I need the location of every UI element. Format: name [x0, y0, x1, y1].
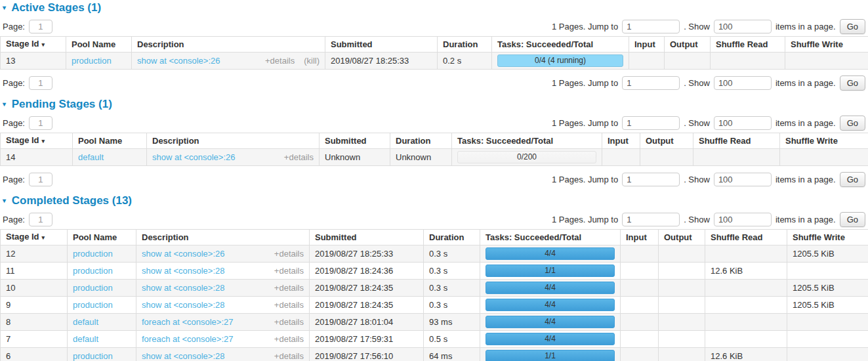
- jump-to-page-input[interactable]: [622, 20, 680, 33]
- cell-submitted: Unknown: [320, 149, 390, 166]
- stage-description-link[interactable]: show at <console>:26: [142, 249, 224, 259]
- pending-stages-heading[interactable]: ▾ Pending Stages (1): [3, 98, 868, 110]
- stage-description-link[interactable]: show at <console>:28: [142, 351, 224, 361]
- cell-pool-name: production: [68, 245, 136, 263]
- page-number-input[interactable]: [29, 173, 52, 186]
- items-per-page-input[interactable]: [714, 116, 772, 130]
- go-button[interactable]: Go: [840, 116, 865, 131]
- details-toggle-link[interactable]: +details: [274, 317, 304, 327]
- col-header-input[interactable]: Input: [602, 133, 640, 149]
- details-toggle-link[interactable]: +details: [274, 334, 304, 344]
- cell-submitted: 2019/08/27 18:25:33: [325, 53, 438, 70]
- col-header-shuffle-read[interactable]: Shuffle Read: [705, 230, 787, 245]
- go-button[interactable]: Go: [840, 212, 865, 227]
- cell-output: [640, 149, 693, 166]
- col-header-submitted[interactable]: Submitted: [320, 133, 390, 149]
- pool-name-link[interactable]: production: [73, 283, 113, 293]
- col-header-pool-name[interactable]: Pool Name: [73, 133, 147, 149]
- pagination-left: Page:: [3, 116, 52, 130]
- details-toggle-link[interactable]: +details: [274, 266, 304, 276]
- col-header-duration[interactable]: Duration: [390, 133, 452, 149]
- col-header-stage-id[interactable]: Stage Id▾: [1, 133, 73, 149]
- description-actions: +details: [279, 152, 314, 162]
- cell-shuffle-write: [787, 263, 868, 280]
- stage-description-link[interactable]: foreach at <console>:27: [142, 317, 234, 327]
- col-header-pool-name[interactable]: Pool Name: [66, 37, 132, 53]
- jump-to-page-input[interactable]: [622, 173, 680, 186]
- stage-description-link[interactable]: show at <console>:26: [137, 56, 220, 66]
- pool-name-link[interactable]: production: [73, 266, 113, 276]
- active-stages-heading[interactable]: ▾ Active Stages (1): [3, 2, 868, 13]
- items-per-page-input[interactable]: [714, 20, 772, 33]
- col-header-output[interactable]: Output: [640, 133, 693, 149]
- details-toggle-link[interactable]: +details: [274, 300, 304, 310]
- col-header-submitted[interactable]: Submitted: [325, 37, 438, 53]
- stage-description-link[interactable]: show at <console>:28: [142, 283, 224, 293]
- show-label: . Show: [684, 175, 710, 184]
- col-header-stage-id[interactable]: Stage Id▾: [1, 37, 66, 53]
- details-toggle-link[interactable]: +details: [274, 249, 304, 259]
- page-number-input[interactable]: [29, 116, 52, 130]
- col-header-shuffle-write[interactable]: Shuffle Write: [785, 37, 868, 53]
- cell-stage-id: 12: [1, 245, 68, 263]
- stage-description-link[interactable]: show at <console>:28: [142, 266, 224, 276]
- items-per-page-input[interactable]: [714, 76, 772, 90]
- details-toggle-link[interactable]: +details: [265, 56, 295, 66]
- pool-name-link[interactable]: default: [78, 152, 104, 162]
- page-number-input[interactable]: [29, 76, 52, 90]
- col-header-shuffle-write[interactable]: Shuffle Write: [787, 230, 868, 245]
- col-header-description[interactable]: Description: [147, 133, 320, 149]
- go-button[interactable]: Go: [840, 75, 865, 91]
- col-header-duration[interactable]: Duration: [438, 37, 492, 53]
- pool-name-link[interactable]: default: [73, 334, 98, 344]
- col-header-description[interactable]: Description: [136, 230, 310, 245]
- completed-stages-heading[interactable]: ▾ Completed Stages (13): [3, 195, 868, 206]
- col-header-input[interactable]: Input: [621, 230, 659, 245]
- go-button[interactable]: Go: [840, 172, 865, 187]
- description-wrap: show at <console>:28+details: [142, 300, 304, 310]
- col-header-tasks-succeeded-total[interactable]: Tasks: Succeeded/Total: [452, 133, 602, 149]
- col-header-pool-name[interactable]: Pool Name: [68, 230, 136, 245]
- items-per-page-text: items in a page.: [775, 78, 836, 88]
- items-per-page-input[interactable]: [714, 173, 772, 186]
- items-per-page-input[interactable]: [714, 213, 772, 226]
- stage-description-link[interactable]: show at <console>:28: [142, 300, 224, 310]
- pool-name-link[interactable]: default: [73, 317, 98, 327]
- cell-input: [621, 331, 659, 348]
- details-toggle-link[interactable]: +details: [274, 351, 304, 361]
- col-header-submitted[interactable]: Submitted: [310, 230, 424, 245]
- pool-name-link[interactable]: production: [73, 249, 113, 259]
- col-header-tasks-succeeded-total[interactable]: Tasks: Succeeded/Total: [480, 230, 621, 245]
- stage-description-link[interactable]: show at <console>:26: [152, 152, 235, 162]
- col-header-shuffle-write[interactable]: Shuffle Write: [780, 133, 868, 149]
- cell-stage-id: 8: [1, 314, 68, 331]
- col-header-input[interactable]: Input: [629, 37, 665, 53]
- description-actions: +details(kill): [260, 56, 320, 66]
- col-header-shuffle-read[interactable]: Shuffle Read: [693, 133, 780, 149]
- pagination-bar: Page: 1 Pages. Jump to . Show items in a…: [3, 172, 865, 187]
- jump-to-page-input[interactable]: [622, 76, 680, 90]
- col-header-output[interactable]: Output: [659, 230, 705, 245]
- jump-to-page-input[interactable]: [622, 116, 680, 130]
- cell-pool-name: default: [68, 331, 136, 348]
- tasks-progress-label: 1/1: [545, 351, 556, 360]
- stage-row: 12productionshow at <console>:26+details…: [1, 245, 868, 263]
- kill-link[interactable]: (kill): [304, 56, 320, 66]
- jump-to-page-input[interactable]: [622, 213, 680, 226]
- col-header-shuffle-read[interactable]: Shuffle Read: [711, 37, 785, 53]
- sort-arrow-icon: ▾: [42, 41, 45, 48]
- pool-name-link[interactable]: production: [73, 351, 113, 361]
- page-number-input[interactable]: [29, 213, 52, 226]
- go-button[interactable]: Go: [840, 19, 865, 34]
- col-header-duration[interactable]: Duration: [424, 230, 480, 245]
- details-toggle-link[interactable]: +details: [274, 283, 304, 293]
- page-number-input[interactable]: [29, 20, 52, 33]
- col-header-description[interactable]: Description: [132, 37, 325, 53]
- stage-description-link[interactable]: foreach at <console>:27: [142, 334, 234, 344]
- col-header-stage-id[interactable]: Stage Id▾: [1, 230, 68, 245]
- col-header-output[interactable]: Output: [665, 37, 711, 53]
- pool-name-link[interactable]: production: [73, 300, 113, 310]
- pool-name-link[interactable]: production: [72, 56, 112, 66]
- col-header-tasks-succeeded-total[interactable]: Tasks: Succeeded/Total: [492, 37, 629, 53]
- details-toggle-link[interactable]: +details: [284, 152, 314, 162]
